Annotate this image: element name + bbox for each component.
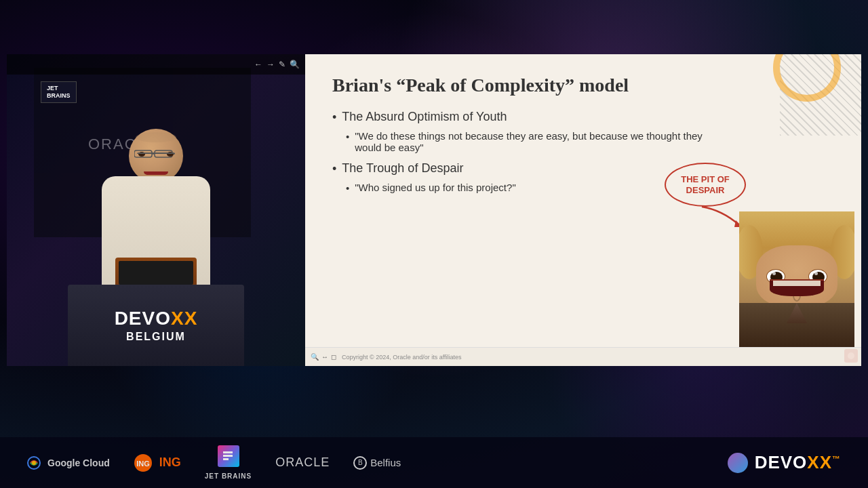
sub-bullet-2-text: "Who signed us up for this project?" [355,182,515,193]
copyright-text: Copyright © 2024, Oracle and/or its affi… [342,354,462,361]
sponsor-logos: Google Cloud ING ING JET BRAINS ORACLE [27,445,401,480]
speaker-panel: ORACLE JETBRAINS ← → ✎ 🔍 [7,54,305,366]
speaker-toolbar: ← → ✎ 🔍 [7,54,305,75]
oracle-logo: ORACLE [275,455,330,470]
bullet-list: The Absurd Optimism of Youth "We do thes… [332,110,834,194]
person-shirt [739,303,854,347]
svg-rect-12 [223,458,229,460]
speaker-head [129,129,183,183]
ing-logo: ING ING [134,453,181,472]
back-toolbar-icon[interactable]: ← [254,60,262,69]
devoxx-bottom-logo: DEVOXX™ [728,452,841,473]
sub-bullet-2: "Who signed us up for this project?" [332,182,834,194]
svg-point-7 [32,461,36,465]
pencil-toolbar-icon[interactable]: ✎ [279,60,285,69]
person-photo [739,211,854,347]
person-mouth [770,279,824,296]
bullet-1-text: The Absurd Optimism of Youth [342,110,507,124]
shirt-collar [787,303,807,323]
podium-belgium-text: BELGIUM [126,331,186,343]
search-toolbar-icon[interactable]: 🔍 [290,60,300,69]
devoxx-bottom-text: DEVOXX™ [755,452,841,473]
person-face-skin [756,245,837,306]
sub-bullet-1: "We do these things not because they are… [332,130,834,153]
google-cloud-label: Google Cloud [47,458,110,468]
belfius-icon: B [353,456,367,470]
jetbrains-text: JET BRAINS [205,472,252,480]
slide-toolbar: 🔍 ↔ ◻ Copyright © 2024, Oracle and/or it… [305,347,861,366]
ing-label: ING [159,455,181,470]
oracle-label: ORACLE [275,455,330,470]
main-content: ORACLE JETBRAINS ← → ✎ 🔍 [7,54,861,434]
slide-panel: Brian's “Peak of Complexity” model The A… [305,54,861,366]
jetbrains-logo: JET BRAINS [205,445,252,480]
jetbrains-logo-box [218,445,239,467]
belfius-label: Belfius [370,457,401,468]
google-cloud-logo: Google Cloud [27,456,110,470]
bullet-item-1: The Absurd Optimism of Youth [332,110,834,125]
forward-toolbar-icon[interactable]: → [267,60,275,69]
bullet-item-2: The Trough of Despair [332,161,834,176]
zoom-icon[interactable]: 🔍 [311,353,319,361]
fit-icon[interactable]: ↔ [321,353,328,361]
svg-rect-10 [223,455,233,457]
pit-speech-bubble-text: THE PIT OFDESPAIR [681,174,730,195]
sponsor-bar: Google Cloud ING ING JET BRAINS ORACLE [0,437,868,488]
belfius-logo: B Belfius [353,456,401,470]
pit-of-despair-container: THE PIT OFDESPAIR [665,163,746,207]
expand-icon[interactable]: ◻ [331,353,336,361]
podium: DEVOXX BELGIUM [68,285,244,366]
svg-rect-11 [223,451,233,453]
pit-speech-bubble: THE PIT OFDESPAIR [665,163,746,207]
slide-title: Brian's “Peak of Complexity” model [332,75,834,96]
podium-devoxx-logo: DEVOXX [115,308,198,329]
jetbrains-badge: JETBRAINS [41,81,77,103]
podium-body: DEVOXX BELGIUM [68,285,244,366]
bullet-2-text: The Trough of Despair [342,161,463,176]
devoxx-icon [728,453,748,473]
sub-bullet-1-text: "We do these things not because they are… [355,130,703,153]
speech-bubble-arrow [695,203,743,227]
svg-text:ING: ING [136,460,150,468]
